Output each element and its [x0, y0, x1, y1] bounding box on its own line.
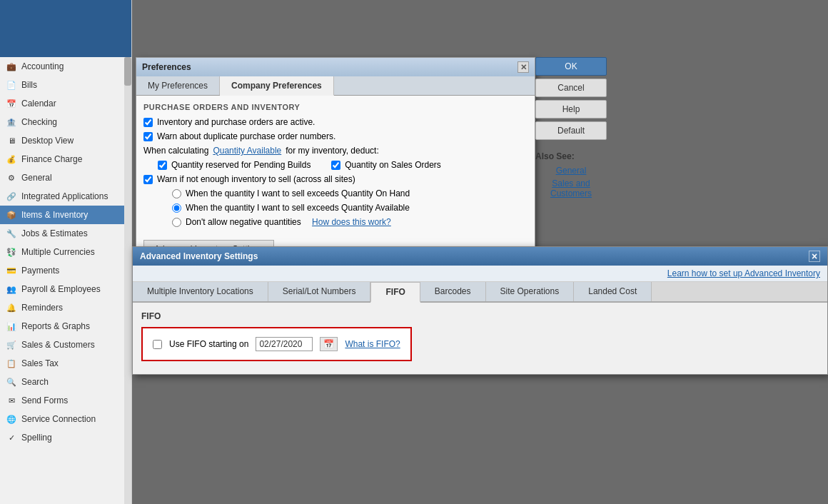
sidebar-item-label-8: Items & Inventory — [21, 210, 88, 220]
checkbox-qty-sales-label: Quantity on Sales Orders — [345, 160, 441, 170]
fifo-content-box: Use FIFO starting on 📅 What is FIFO? — [141, 327, 412, 361]
sidebar-item-label-15: Sales & Customers — [21, 340, 95, 350]
tab-my-preferences[interactable]: My Preferences — [136, 76, 220, 95]
checkbox-qty-builds-label: Quantity reserved for Pending Builds — [171, 160, 310, 170]
calendar-icon: 📅 — [6, 98, 17, 109]
ok-button[interactable]: OK — [535, 57, 607, 76]
fifo-calendar-button[interactable]: 📅 — [320, 337, 338, 351]
checkbox-qty-builds[interactable] — [158, 161, 167, 170]
accounting-icon: 💼 — [6, 61, 17, 72]
currencies-icon: 💱 — [6, 246, 17, 258]
sidebar-item-integrated-applications[interactable]: 🔗Integrated Applications — [0, 187, 131, 206]
adv-tab-serial-lot-numbers[interactable]: Serial/Lot Numbers — [268, 282, 371, 301]
qty-calc-text2: for my inventory, deduct: — [286, 146, 379, 156]
finance-icon: 💰 — [6, 153, 17, 165]
sidebar-item-calendar[interactable]: 📅Calendar — [0, 94, 131, 113]
help-button[interactable]: Help — [535, 100, 607, 119]
preferences-tabs: My Preferences Company Preferences — [136, 76, 535, 96]
adv-tab-barcodes[interactable]: Barcodes — [420, 282, 486, 301]
adv-inventory-titlebar: Advanced Inventory Settings × — [133, 247, 827, 266]
what-is-fifo-link[interactable]: What is FIFO? — [345, 339, 400, 349]
default-button[interactable]: Default — [535, 121, 607, 140]
fifo-date-input[interactable] — [256, 337, 313, 351]
checkbox-qty-sales[interactable] — [331, 161, 340, 170]
sidebar-item-sales-tax[interactable]: 📋Sales Tax — [0, 354, 131, 373]
sidebar-item-payments[interactable]: 💳Payments — [0, 261, 131, 280]
radio-qty-on-hand-label: When the quantity I want to sell exceeds… — [186, 188, 410, 198]
checkbox-warn-dup-label: Warn about duplicate purchase order numb… — [157, 131, 335, 141]
fifo-checkbox[interactable] — [153, 340, 162, 349]
sidebar-scrollbar[interactable] — [124, 57, 131, 504]
integrated-icon: 🔗 — [6, 191, 17, 202]
spelling-icon: ✓ — [6, 432, 17, 443]
sidebar: 💼Accounting📄Bills📅Calendar🏦Checking🖥Desk… — [0, 0, 132, 504]
adv-body: FIFO Use FIFO starting on 📅 What is FIFO… — [133, 303, 827, 374]
desktop-icon: 🖥 — [6, 135, 17, 146]
sidebar-item-finance-charge[interactable]: 💰Finance Charge — [0, 150, 131, 168]
sidebar-item-label-9: Jobs & Estimates — [21, 228, 88, 238]
sidebar-item-sales---customers[interactable]: 🛒Sales & Customers — [0, 336, 131, 354]
checkbox-warn-inv-label: Warn if not enough inventory to sell (ac… — [157, 174, 355, 184]
checkbox-qty-builds-row: Quantity reserved for Pending Builds Qua… — [158, 160, 527, 170]
qty-available-link[interactable]: Quantity Available — [213, 146, 281, 156]
preferences-right-panel: OK Cancel Help Default Also See: General… — [535, 57, 607, 201]
sidebar-item-label-6: General — [21, 173, 52, 183]
sidebar-item-bills[interactable]: 📄Bills — [0, 76, 131, 94]
sidebar-scrollbar-thumb — [124, 57, 131, 86]
search-icon: 🔍 — [6, 376, 17, 388]
bills-icon: 📄 — [6, 79, 17, 91]
sidebar-header — [0, 0, 131, 57]
advanced-inventory-dialog: Advanced Inventory Settings × Learn how … — [132, 246, 828, 375]
radio-qty-on-hand[interactable] — [172, 189, 181, 198]
checkbox-warn-inv-row: Warn if not enough inventory to sell (ac… — [143, 174, 527, 184]
adv-tab-fifo[interactable]: FIFO — [370, 282, 420, 303]
sidebar-item-service-connection[interactable]: 🌐Service Connection — [0, 410, 131, 428]
checking-icon: 🏦 — [6, 116, 17, 128]
sendforms-icon: ✉ — [6, 395, 17, 406]
sidebar-item-desktop-view[interactable]: 🖥Desktop View — [0, 131, 131, 150]
radio-no-negative[interactable] — [172, 218, 181, 227]
also-see-sales-customers-link[interactable]: Sales and Customers — [535, 178, 607, 198]
preferences-titlebar: Preferences ✕ — [136, 58, 535, 76]
adv-tabs: Multiple Inventory LocationsSerial/Lot N… — [133, 282, 827, 303]
general-icon: ⚙ — [6, 172, 17, 183]
sidebar-item-accounting[interactable]: 💼Accounting — [0, 57, 131, 76]
sidebar-item-label-13: Reminders — [21, 303, 63, 313]
reminders-icon: 🔔 — [6, 302, 17, 313]
sidebar-item-multiple-currencies[interactable]: 💱Multiple Currencies — [0, 243, 131, 261]
checkbox-warn-dup[interactable] — [143, 132, 153, 141]
learn-advanced-inventory-link[interactable]: Learn how to set up Advanced Inventory — [667, 268, 820, 278]
sidebar-item-label-17: Search — [21, 377, 49, 387]
sidebar-item-reminders[interactable]: 🔔Reminders — [0, 298, 131, 317]
sidebar-item-payroll---employees[interactable]: 👥Payroll & Employees — [0, 280, 131, 298]
checkbox-inv-active-row: Inventory and purchase orders are active… — [143, 117, 527, 127]
adv-tab-landed-cost[interactable]: Landed Cost — [574, 282, 652, 301]
how-does-this-work-link[interactable]: How does this work? — [312, 217, 391, 227]
also-see-general-link[interactable]: General — [535, 166, 607, 176]
sidebar-item-label-0: Accounting — [21, 61, 64, 71]
salestax-icon: 📋 — [6, 358, 17, 369]
sidebar-item-search[interactable]: 🔍Search — [0, 373, 131, 391]
adv-tab-site-operations[interactable]: Site Operations — [486, 282, 575, 301]
checkbox-warn-inv[interactable] — [143, 175, 153, 184]
sidebar-item-items---inventory[interactable]: 📦Items & Inventory — [0, 206, 131, 224]
tab-company-preferences[interactable]: Company Preferences — [220, 76, 334, 96]
sidebar-item-label-11: Payments — [21, 266, 59, 276]
sidebar-item-label-1: Bills — [21, 80, 37, 90]
sidebar-item-reports---graphs[interactable]: 📊Reports & Graphs — [0, 317, 131, 336]
checkbox-inv-active[interactable] — [143, 118, 153, 127]
fifo-section-label: FIFO — [141, 311, 819, 321]
sidebar-item-general[interactable]: ⚙General — [0, 168, 131, 187]
adv-tab-multiple-inventory-locations[interactable]: Multiple Inventory Locations — [133, 282, 268, 301]
sidebar-item-label-12: Payroll & Employees — [21, 284, 101, 294]
sidebar-item-label-19: Service Connection — [21, 414, 96, 424]
sidebar-item-checking[interactable]: 🏦Checking — [0, 113, 131, 131]
sidebar-item-spelling[interactable]: ✓Spelling — [0, 428, 131, 447]
radio-qty-available[interactable] — [172, 203, 181, 213]
cancel-button[interactable]: Cancel — [535, 79, 607, 97]
adv-inventory-close-button[interactable]: × — [809, 251, 820, 262]
preferences-close-button[interactable]: ✕ — [518, 61, 529, 73]
sidebar-item-label-16: Sales Tax — [21, 358, 59, 368]
sidebar-item-send-forms[interactable]: ✉Send Forms — [0, 391, 131, 410]
sidebar-item-jobs---estimates[interactable]: 🔧Jobs & Estimates — [0, 224, 131, 243]
